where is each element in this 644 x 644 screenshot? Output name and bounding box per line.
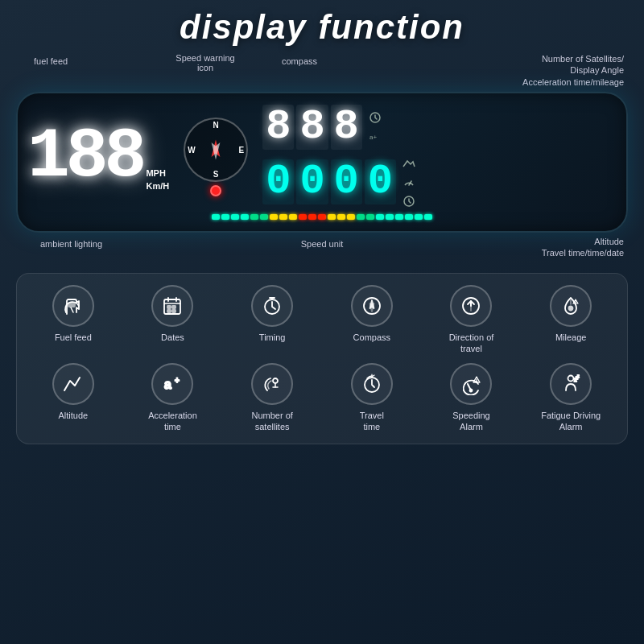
svg-rect-15 bbox=[172, 310, 175, 312]
feature-altitude-label: Altitude bbox=[58, 410, 88, 421]
display-row-bottom: 0 0 0 0 bbox=[262, 155, 617, 209]
seg-cyan-3: 0 bbox=[331, 159, 362, 204]
satellites-icon bbox=[261, 373, 283, 395]
timing-icon bbox=[261, 295, 283, 317]
right-displays: 8 8 8 bbox=[262, 105, 617, 209]
hud-display: 188 MPH Km/H N S E W bbox=[16, 92, 628, 233]
feature-acceleration-label: Acceleration time bbox=[148, 410, 197, 433]
side-icons-top: a+ bbox=[367, 109, 383, 145]
feature-direction-label: Direction of travel bbox=[449, 332, 494, 355]
feature-mileage[interactable]: Mileage bbox=[522, 285, 619, 355]
compass-icon bbox=[361, 295, 383, 317]
compass-arrow-icon bbox=[201, 135, 230, 164]
fuel-icon bbox=[62, 295, 85, 317]
compass-south: S bbox=[213, 170, 219, 179]
compass-area: N S E W bbox=[175, 118, 256, 196]
label-fuel-feed: fuel feed bbox=[34, 56, 68, 66]
led-17 bbox=[366, 214, 374, 220]
unit-kmh: Km/H bbox=[146, 180, 169, 192]
features-grid: Fuel feed Dates bbox=[25, 285, 619, 432]
acceleration-icon-wrap: a + bbox=[151, 363, 193, 405]
led-8 bbox=[279, 214, 287, 220]
feature-fuel-feed[interactable]: Fuel feed bbox=[25, 285, 122, 355]
led-1 bbox=[212, 214, 220, 220]
feature-dates[interactable]: Dates bbox=[125, 285, 221, 355]
travel-time-icon bbox=[361, 373, 383, 395]
feature-speeding-label: Speeding Alarm bbox=[452, 410, 490, 433]
led-bar bbox=[27, 214, 617, 220]
compass-north: N bbox=[213, 121, 219, 130]
svg-marker-20 bbox=[369, 303, 374, 312]
feature-fatigue-alarm[interactable]: z z z Fatigue Driving Alarm bbox=[522, 363, 619, 433]
feature-satellites[interactable]: Number of satellites bbox=[224, 363, 320, 433]
svg-point-24 bbox=[569, 307, 573, 311]
speed-unit: MPH Km/H bbox=[146, 167, 169, 192]
feature-fuel-label: Fuel feed bbox=[55, 332, 92, 343]
svg-point-36 bbox=[477, 382, 477, 382]
seg-white-2: 8 bbox=[296, 105, 328, 150]
feature-timing[interactable]: Timing bbox=[224, 285, 320, 355]
feature-dates-label: Dates bbox=[161, 332, 184, 343]
led-5 bbox=[250, 214, 258, 220]
svg-line-7 bbox=[71, 308, 73, 312]
svg-text:a: a bbox=[164, 378, 171, 391]
led-6 bbox=[260, 214, 268, 220]
acceleration-icon: a + bbox=[161, 373, 184, 395]
direction-icon bbox=[460, 295, 482, 317]
direction-icon-wrap bbox=[450, 285, 492, 327]
seg-cyan-1: 0 bbox=[262, 159, 294, 204]
mileage-icon bbox=[559, 295, 582, 317]
feature-speeding-alarm[interactable]: Speeding Alarm bbox=[423, 363, 520, 433]
timing-icon-wrap bbox=[251, 285, 293, 327]
led-12 bbox=[318, 214, 326, 220]
speed-section: 188 MPH Km/H bbox=[27, 122, 169, 192]
dates-icon bbox=[161, 295, 184, 317]
hud-section: fuel feed Speed warning icon compass Num… bbox=[16, 53, 628, 265]
feature-mileage-label: Mileage bbox=[555, 332, 587, 343]
hud-inner: 188 MPH Km/H N S E W bbox=[27, 105, 617, 209]
time-icon bbox=[401, 193, 417, 209]
feature-travel-time[interactable]: Travel time bbox=[324, 363, 420, 433]
feature-timing-label: Timing bbox=[259, 332, 286, 343]
led-22 bbox=[415, 214, 423, 220]
display-3digit: 8 8 8 bbox=[262, 105, 362, 150]
page-title: display function bbox=[180, 8, 464, 47]
fatigue-alarm-icon-wrap: z z z bbox=[550, 363, 592, 405]
led-7 bbox=[270, 214, 278, 220]
feature-compass[interactable]: Compass bbox=[324, 285, 420, 355]
label-compass: compass bbox=[282, 56, 317, 66]
side-icons-bottom bbox=[401, 155, 417, 209]
feature-direction[interactable]: Direction of travel bbox=[423, 285, 520, 355]
seg-white-1: 8 bbox=[262, 105, 294, 150]
led-21 bbox=[405, 214, 413, 220]
svg-rect-13 bbox=[172, 306, 175, 308]
led-11 bbox=[308, 214, 316, 220]
led-14 bbox=[337, 214, 345, 220]
svg-text:+: + bbox=[175, 376, 180, 385]
label-ambient: ambient lighting bbox=[40, 239, 102, 249]
feature-altitude[interactable]: Altitude bbox=[25, 363, 122, 433]
feature-acceleration[interactable]: a + Acceleration time bbox=[125, 363, 221, 433]
fuel-icon-wrap bbox=[52, 285, 94, 327]
svg-rect-12 bbox=[167, 306, 171, 308]
display-row-top: 8 8 8 bbox=[262, 105, 617, 150]
fatigue-alarm-icon: z z z bbox=[559, 373, 582, 395]
svg-point-34 bbox=[470, 389, 473, 391]
led-3 bbox=[231, 214, 239, 220]
travel-time-icon-wrap bbox=[351, 363, 393, 405]
label-satellites: Number of Satellites/ Display Angle Acce… bbox=[487, 53, 624, 88]
mileage-icon-wrap bbox=[550, 285, 592, 327]
altitude-icon bbox=[62, 373, 85, 395]
features-section: Fuel feed Dates bbox=[16, 273, 628, 444]
bottom-labels: ambient lighting Speed unit Altitude Tra… bbox=[16, 236, 628, 265]
seg-cyan-4: 0 bbox=[365, 159, 396, 204]
speeding-alarm-icon bbox=[460, 373, 482, 395]
compass-icon-wrap bbox=[351, 285, 393, 327]
led-4 bbox=[241, 214, 249, 220]
page-container: display function fuel feed Speed warning… bbox=[0, 0, 644, 644]
alert-dot bbox=[210, 185, 221, 196]
led-9 bbox=[289, 214, 297, 220]
led-20 bbox=[395, 214, 403, 220]
label-altitude: Altitude Travel time/time/date bbox=[463, 236, 624, 259]
label-speed-unit: Speed unit bbox=[301, 239, 344, 249]
